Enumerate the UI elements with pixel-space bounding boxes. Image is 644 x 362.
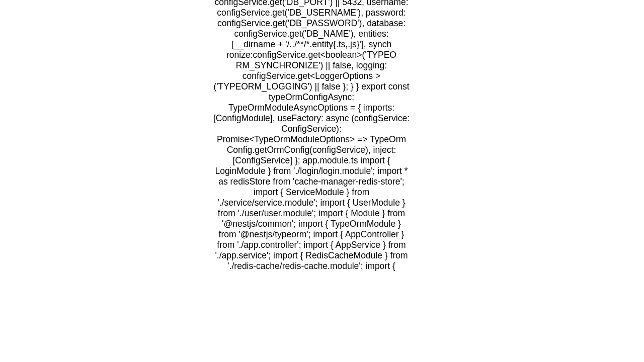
code-text-block: configService.get('DB_PORT') || 5432, us…: [213, 0, 410, 272]
